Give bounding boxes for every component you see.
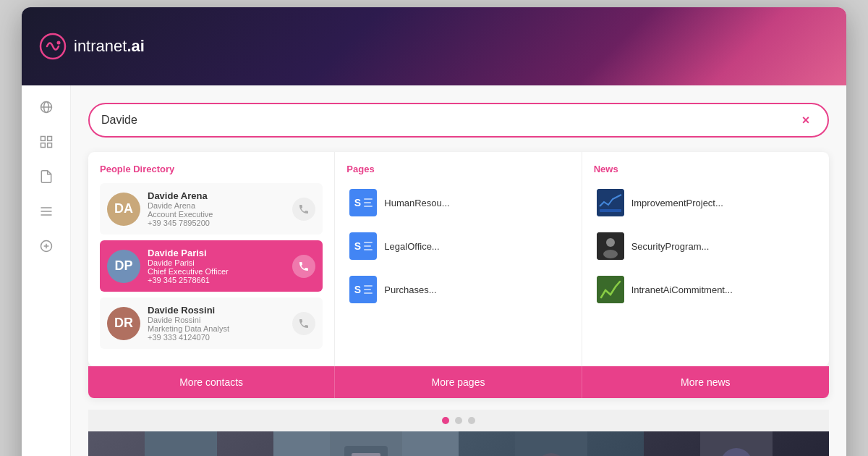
people-directory-header: People Directory: [100, 164, 323, 174]
dot-1[interactable]: [442, 417, 449, 424]
contact-subname-arena: Davide Arena: [148, 201, 285, 210]
more-buttons-row: More contacts More pages More news: [88, 366, 829, 398]
sidebar: [22, 85, 71, 456]
news-item-improvement[interactable]: ImprovementProject...: [594, 183, 817, 222]
file-icon[interactable]: [36, 166, 56, 187]
plus-icon[interactable]: [36, 236, 56, 256]
svg-point-1: [57, 41, 61, 45]
contact-title-arena: Account Executive: [148, 210, 285, 219]
contact-title-rossini: Marketing Data Analyst: [148, 324, 285, 333]
news-name-intranet: IntranetAiCommitment...: [631, 284, 733, 295]
news-cards-row: Equal opportunities Why create an equal …: [88, 431, 829, 456]
more-news-button[interactable]: More news: [582, 366, 829, 398]
search-clear-button[interactable]: ×: [796, 110, 816, 130]
svg-rect-20: [597, 276, 624, 303]
more-contacts-button[interactable]: More contacts: [88, 366, 335, 398]
news-card-incentive[interactable]: New Incentive Program Some pics of pur b…: [273, 431, 459, 456]
page-item-purchases[interactable]: S Purchases...: [346, 270, 569, 309]
news-thumb-security: [597, 232, 624, 260]
contact-subname-rossini: Davide Rossini: [148, 316, 285, 324]
contact-title-parisi: Chief Executive Officer: [148, 267, 285, 276]
contact-card-arena[interactable]: DA Davide Arena Davide Arena Account Exe…: [100, 183, 323, 235]
avatar-rossini: DR: [107, 307, 140, 340]
news-thumb-improvement: [597, 189, 624, 216]
app-header: intranet.ai: [22, 7, 846, 85]
svg-rect-27: [352, 453, 380, 456]
news-item-security[interactable]: SecurityProgram...: [594, 227, 817, 266]
contact-phone-rossini: +39 333 4124070: [148, 333, 285, 342]
more-pages-button[interactable]: More pages: [335, 366, 582, 398]
news-card-3[interactable]: [459, 431, 644, 456]
search-bar: ×: [88, 103, 829, 138]
search-results: People Directory DA Davide Arena Davide …: [88, 152, 829, 398]
page-name-purchases: Purchases...: [384, 284, 436, 295]
news-name-security: SecurityProgram...: [631, 241, 710, 252]
page-icon-hr: S: [349, 189, 377, 216]
contact-card-rossini[interactable]: DR Davide Rossini Davide Rossini Marketi…: [100, 297, 323, 349]
carousel-dots: [88, 410, 829, 431]
call-button-parisi[interactable]: [292, 255, 315, 278]
news-column: News ImprovementProject...: [582, 152, 829, 366]
call-button-arena[interactable]: [292, 198, 315, 221]
grid-icon[interactable]: [36, 132, 56, 152]
avatar-arena: DA: [107, 193, 140, 226]
news-card-equal[interactable]: Equal opportunities Why create an equal …: [88, 431, 273, 456]
svg-rect-7: [41, 143, 45, 148]
logo-text: intranet.ai: [74, 37, 145, 56]
contact-name-parisi: Davide Parisi: [148, 248, 285, 258]
people-directory-column: People Directory DA Davide Arena Davide …: [88, 152, 335, 366]
contact-card-parisi[interactable]: DP Davide Parisi Davide Parisi Chief Exe…: [100, 240, 323, 292]
content-area: × People Directory DA Davide A: [71, 85, 846, 456]
svg-rect-30: [515, 431, 587, 456]
page-icon-purchases: S: [349, 276, 377, 303]
svg-rect-21: [145, 431, 217, 456]
contact-name-rossini: Davide Rossini: [148, 305, 285, 316]
svg-point-19: [603, 250, 618, 258]
news-name-improvement: ImprovementProject...: [631, 198, 723, 208]
svg-rect-6: [47, 137, 51, 141]
news-item-intranet[interactable]: IntranetAiCommitment...: [594, 270, 817, 309]
list-icon[interactable]: [36, 201, 56, 221]
pages-column: Pages S: [335, 152, 582, 366]
page-name-legal: LegalOffice...: [384, 241, 439, 252]
avatar-parisi: DP: [107, 250, 140, 283]
page-name-hr: HumanResou...: [384, 198, 449, 208]
contact-phone-parisi: +39 345 2578661: [148, 276, 285, 284]
news-thumb-intranet: [597, 276, 624, 303]
dot-2[interactable]: [455, 417, 462, 424]
svg-point-18: [606, 238, 615, 247]
news-header: News: [594, 164, 817, 174]
call-button-rossini[interactable]: [292, 312, 315, 335]
svg-rect-16: [600, 209, 621, 212]
page-item-legal[interactable]: S LegalOffice...: [346, 227, 569, 266]
page-item-hr[interactable]: S HumanResou...: [346, 183, 569, 222]
contact-phone-arena: +39 345 7895200: [148, 219, 285, 227]
news-card-beth[interactable]: Beth Graham, the new Chief Marketing Off…: [644, 431, 829, 456]
contact-name-arena: Davide Arena: [148, 190, 285, 201]
search-input[interactable]: [101, 114, 796, 127]
svg-rect-8: [47, 143, 51, 148]
logo-icon: [39, 33, 67, 60]
contact-subname-parisi: Davide Parisi: [148, 258, 285, 267]
svg-rect-5: [41, 137, 45, 141]
globe-icon[interactable]: [36, 97, 56, 117]
logo-area: intranet.ai: [39, 33, 145, 60]
page-icon-legal: S: [349, 232, 377, 260]
dot-3[interactable]: [468, 417, 475, 424]
pages-header: Pages: [346, 164, 569, 174]
